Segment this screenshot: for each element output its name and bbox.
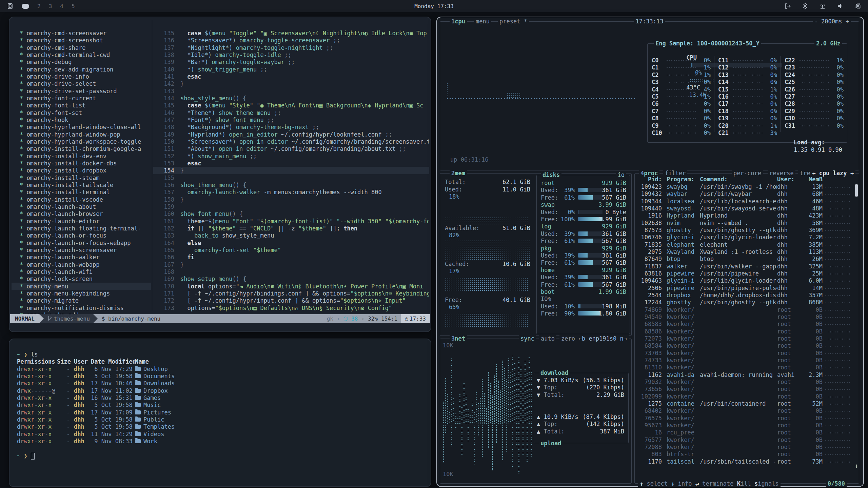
file-item[interactable]: * omarchy-launch-about xyxy=(20,203,96,210)
process-row[interactable]: 73656kworker/root0B0.0 xyxy=(637,385,854,393)
file-item[interactable]: * omarchy-cmd-share xyxy=(20,44,85,52)
proc-footer-keys[interactable]: ↑ select ↓ info ↵ terminate Kill signals xyxy=(638,480,781,487)
file-item[interactable]: * omarchy-launch-wifi xyxy=(20,268,93,276)
workspace-list[interactable]: 2345 xyxy=(37,3,83,9)
split-separator[interactable] xyxy=(152,20,152,311)
process-row[interactable]: 109423swaybg/usr/bin/swaybg -i /homdhh13… xyxy=(637,183,854,190)
file-item[interactable]: * omarchy-notification-dismiss xyxy=(20,304,124,312)
file-item[interactable]: * omarchy-font-list xyxy=(20,102,85,109)
process-row[interactable]: 72073kworker/root0B0.0 xyxy=(637,335,854,342)
sync-tab[interactable]: sync xyxy=(519,335,536,342)
file-item[interactable]: * omarchy-font-set xyxy=(20,109,82,117)
process-row[interactable]: 102638nvimnvim --embed .dhh58M0.0 xyxy=(637,219,854,227)
process-row[interactable]: 95673kworker/root0B0.0 xyxy=(637,422,854,429)
file-item[interactable]: * omarchy-launch-screensaver xyxy=(20,246,117,254)
process-row[interactable]: 72088kworker/root0B0.0 xyxy=(637,443,854,451)
process-row[interactable]: 2544dropbox/home/dhh/.dropbox-distdhh357… xyxy=(637,291,854,299)
file-item[interactable]: * omarchy-lock-screen xyxy=(20,275,93,283)
net-interface[interactable]: ←b enp191s0 n→ xyxy=(577,335,629,342)
file-item[interactable]: * omarchy-cmd-screensaver xyxy=(20,29,106,37)
process-row[interactable]: 102099kworker/root0B0.0 xyxy=(637,393,854,400)
process-row[interactable]: 74733kworker/root0B0.0 xyxy=(637,357,854,364)
file-item[interactable]: * omarchy-launch-floating-terminal- xyxy=(20,225,141,232)
file-item[interactable]: * omarchy-debug xyxy=(20,58,72,66)
process-row[interactable]: 68402kworker/root0B0.0 xyxy=(637,407,854,414)
workspace-3[interactable]: 3 xyxy=(49,3,52,9)
process-row[interactable]: 803btrfs-trroot0B0.0 xyxy=(637,450,854,458)
file-item[interactable]: * omarchy-launch-browser xyxy=(20,210,103,218)
file-item[interactable]: * omarchy-menu-keybindings xyxy=(20,290,110,297)
zero-tab[interactable]: zero xyxy=(559,335,577,342)
file-item[interactable]: * omarchy-install-vscode xyxy=(20,196,103,203)
file-item[interactable]: * omarchy-menu xyxy=(20,283,68,290)
workspace-active[interactable] xyxy=(22,4,29,9)
process-row[interactable]: 76577kworker/root0B0.0 xyxy=(637,436,854,444)
process-row[interactable]: 106746glycin-i/usr/lib/glycin-loadersdhh… xyxy=(637,233,854,241)
net-panel-title[interactable]: 3net xyxy=(450,335,467,342)
logout-icon[interactable] xyxy=(784,2,791,10)
chip-icon[interactable] xyxy=(854,2,862,10)
io-tab[interactable]: io xyxy=(616,171,626,178)
file-item[interactable]: * omarchy-hook xyxy=(20,116,68,124)
file-item[interactable]: * omarchy-dev-add-migration xyxy=(20,66,113,73)
process-row[interactable]: 2506pipewire/usr/bin/pipewire-pulsedhh14… xyxy=(637,284,854,292)
proc-scrollbar[interactable] xyxy=(855,184,858,197)
process-row[interactable]: 1162avahi-daavahi-daemon: running [avahi… xyxy=(637,371,854,379)
file-item[interactable]: * omarchy-install-tailscale xyxy=(20,181,113,189)
workspace-2[interactable]: 2 xyxy=(37,3,41,9)
process-row[interactable]: 71837walker/usr/bin/walker --gappldhh325… xyxy=(637,263,854,270)
process-row[interactable]: 109440swayosd-/usr/bin/swayosd-serverdhh… xyxy=(637,205,854,212)
file-item[interactable]: * omarchy-cmd-screenshot xyxy=(20,37,103,44)
cpu-panel-title[interactable]: 1cpu xyxy=(450,18,467,25)
file-item[interactable]: * omarchy-hyprland-window-pop xyxy=(20,131,120,138)
file-item[interactable]: * omarchy-install-dev-env xyxy=(20,152,106,160)
file-item[interactable]: * omarchy-drive-select xyxy=(20,80,96,87)
process-row[interactable]: 76575kworker/root0B0.0 xyxy=(637,414,854,422)
process-row[interactable]: 79032kworker/root0B0.0 xyxy=(637,378,854,386)
file-item[interactable]: * omarchy-install-chromium-google-a xyxy=(20,145,141,152)
file-item[interactable]: * omarchy-install-terminal xyxy=(20,188,110,196)
file-item[interactable]: * omarchy-hyprland-window-close-all xyxy=(20,123,141,131)
mem-panel-title[interactable]: 2mem xyxy=(450,170,467,177)
file-item[interactable]: * omarchy-hyprland-workspace-toggle xyxy=(20,138,141,145)
process-row[interactable]: 68583kworker/root0B0.0 xyxy=(637,320,854,328)
process-row[interactable]: 109432waybar/usr/bin/waybardhh68M0.0 xyxy=(637,190,854,198)
process-row[interactable]: 1275containe/usr/bin/containerdroot52M0.… xyxy=(637,400,854,407)
process-row[interactable]: 74869kworker/root0B0.0 xyxy=(637,306,854,313)
process-row[interactable]: 87573ghostty/usr/bin/ghostty --gtk-dhh36… xyxy=(637,226,854,234)
file-item[interactable]: * omarchy-install-dropbox xyxy=(20,167,106,174)
process-row[interactable]: 109463glycin-i/usr/lib/glycin-loadersdhh… xyxy=(637,277,854,284)
process-row[interactable]: 71835elephantelephantdhh385M0.0 xyxy=(637,241,854,248)
launcher-icon[interactable] xyxy=(7,3,14,9)
file-item[interactable]: * omarchy-drive-info xyxy=(20,73,89,80)
file-item[interactable]: * omarchy-cmd-terminal-cwd xyxy=(20,51,110,59)
preset-tab[interactable]: preset * xyxy=(498,18,529,25)
file-item[interactable]: * omarchy-launch-or-focus-webapp xyxy=(20,239,131,247)
process-row[interactable]: 1170tailscal/usr/sbin/tailscaled --root7… xyxy=(637,458,854,465)
process-row[interactable]: 16rcu_preeroot0B0.0 xyxy=(637,429,854,436)
file-item[interactable]: * omarchy-install-docker-dbs xyxy=(20,160,117,167)
refresh-interval[interactable]: - 2000ms + xyxy=(813,18,851,25)
file-item[interactable]: * omarchy-launch-webapp xyxy=(20,261,99,268)
process-row[interactable]: 109344localsea/usr/lib/localsearch-exdhh… xyxy=(637,198,854,205)
terminal-window[interactable]: ~ ❯ lsPermissionsSizeUserDate ModifiedNa… xyxy=(9,339,431,487)
scroll-down-icon[interactable]: ↓ xyxy=(855,462,858,469)
file-item[interactable]: * omarchy-launch-editor xyxy=(20,218,99,225)
workspace-5[interactable]: 5 xyxy=(72,3,75,9)
file-item[interactable]: * omarchy-launch-or-focus xyxy=(20,232,106,239)
process-row[interactable]: 68584kworker/root0B0.0 xyxy=(637,342,854,349)
bluetooth-icon[interactable] xyxy=(802,2,808,10)
file-item[interactable]: * omarchy-launch-walker xyxy=(20,253,99,261)
process-row[interactable]: 2075XwaylandXwayland :1 -rootless -dhh11… xyxy=(637,248,854,256)
proc-header[interactable]: Pid: Program: Command: User: MemB Cpu% ↑ xyxy=(637,176,854,183)
volume-icon[interactable] xyxy=(837,2,844,10)
workspace-4[interactable]: 4 xyxy=(60,3,63,9)
process-row[interactable]: 87649btopbtopdhh26M0.0 xyxy=(637,255,854,263)
file-item[interactable]: * omarchy-drive-set-password xyxy=(20,87,117,95)
process-row[interactable]: 81310kworker/root0B0.0 xyxy=(637,364,854,371)
network-icon[interactable] xyxy=(818,2,827,10)
process-row[interactable]: 94540kworker/root0B0.0 xyxy=(637,313,854,321)
file-item[interactable]: * omarchy-migrate xyxy=(20,297,79,304)
file-item[interactable]: * omarchy-font-current xyxy=(20,95,96,102)
process-row[interactable]: 1916HyprlandHyprlanddhh423M0.0 xyxy=(637,212,854,219)
